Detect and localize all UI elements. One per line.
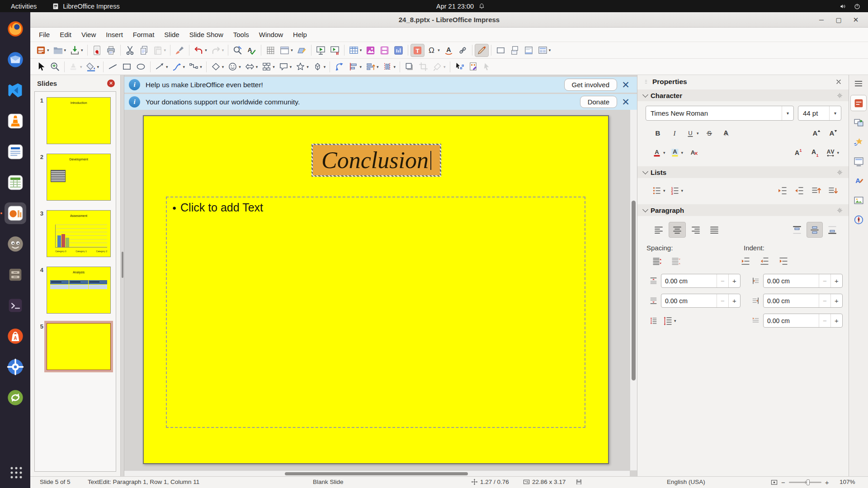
dropdown-arrow-icon[interactable]: ▾: [663, 188, 665, 193]
para-space-increase-button[interactable]: [649, 254, 665, 268]
subscript-button[interactable]: A1: [807, 146, 822, 160]
font-color-button[interactable]: A▾: [650, 146, 667, 160]
writer-dock-item[interactable]: [5, 141, 26, 163]
clone-formatting-button[interactable]: [173, 44, 187, 57]
document-modified-status[interactable]: [576, 479, 585, 485]
dropdown-arrow-icon[interactable]: ▾: [674, 319, 676, 323]
strikethrough-button[interactable]: S: [702, 127, 717, 140]
list-promote-button[interactable]: [775, 184, 790, 197]
firefox-dock-item[interactable]: [5, 18, 26, 40]
slide-thumbnail-2[interactable]: Development: [47, 154, 111, 201]
transition-tab-tab[interactable]: [850, 114, 867, 131]
font-size-combobox[interactable]: 44 pt ▾: [798, 106, 841, 121]
title-bar[interactable]: 24_8.pptx - LibreOffice Impress ─ ▢ ✕: [30, 12, 868, 28]
align-objects-button[interactable]: ▾: [346, 60, 363, 73]
more-options-icon[interactable]: [836, 92, 843, 99]
valign-center-button[interactable]: [807, 222, 823, 238]
align-right-button[interactable]: [687, 222, 704, 238]
menu-slide[interactable]: Slide: [159, 29, 184, 40]
dropdown-arrow-icon[interactable]: ▾: [697, 131, 699, 136]
start-current-slide-button[interactable]: [328, 44, 342, 57]
align-left-button[interactable]: [650, 222, 667, 238]
increase-button[interactable]: +: [728, 274, 740, 287]
dropdown-arrow-icon[interactable]: ▾: [681, 188, 684, 193]
files-dock-item[interactable]: [5, 264, 26, 286]
threed-button[interactable]: ▾: [311, 60, 328, 73]
dropdown-arrow-icon[interactable]: ▾: [222, 65, 224, 69]
vertical-scrollbar[interactable]: [630, 110, 637, 470]
more-options-icon[interactable]: [836, 169, 843, 176]
zoom-in-button[interactable]: +: [825, 479, 829, 486]
terminal-dock-item[interactable]: [5, 295, 26, 316]
valign-bottom-button[interactable]: [824, 222, 840, 238]
impress-dock-item[interactable]: [5, 202, 26, 224]
rectangle-tool-button[interactable]: [494, 44, 508, 57]
slides-panel-close-icon[interactable]: ✕: [107, 80, 115, 87]
rotate-button[interactable]: [332, 60, 346, 73]
software-dock-item[interactable]: A: [5, 325, 26, 347]
fill-color-button[interactable]: ▾: [84, 60, 101, 73]
duplicate-slide-button[interactable]: [508, 44, 522, 57]
master-slides-tab-tab[interactable]: [850, 153, 867, 169]
thunderbird-dock-item[interactable]: [5, 49, 26, 70]
dropdown-arrow-icon[interactable]: ▾: [81, 48, 83, 52]
copy-button[interactable]: [137, 44, 151, 57]
decrease-button[interactable]: −: [819, 274, 830, 287]
focused-app-menu[interactable]: LibreOffice Impress: [52, 3, 119, 10]
increase-button[interactable]: +: [830, 294, 842, 307]
export-pdf-button[interactable]: [90, 44, 104, 57]
align-justify-button[interactable]: [706, 222, 723, 238]
underline-button[interactable]: U▾: [684, 127, 700, 140]
decrease-button[interactable]: −: [819, 294, 830, 307]
menu-file[interactable]: File: [34, 29, 55, 40]
infobar-close-icon[interactable]: ✕: [617, 80, 634, 90]
dropdown-arrow-icon[interactable]: ▾: [782, 106, 793, 120]
increase-button[interactable]: +: [728, 294, 740, 307]
more-options-icon[interactable]: [836, 207, 843, 214]
symbol-shapes-button[interactable]: ▾: [226, 60, 243, 73]
indent-decrease-button[interactable]: [757, 254, 772, 268]
zoom-fit-icon[interactable]: [771, 479, 778, 486]
decrease-font-button[interactable]: A: [825, 127, 840, 140]
panel-splitter[interactable]: [121, 75, 124, 476]
dropdown-arrow-icon[interactable]: ▾: [166, 65, 168, 69]
superscript-button[interactable]: A1: [790, 146, 806, 160]
fontwork-button[interactable]: A: [442, 44, 456, 57]
power-icon[interactable]: [854, 3, 861, 10]
horizontal-scrollbar-thumb[interactable]: [285, 472, 468, 475]
indent-increase-button[interactable]: [738, 254, 753, 268]
lists-section-header[interactable]: Lists: [637, 166, 849, 178]
connector-button[interactable]: ▾: [187, 60, 204, 73]
vscode-dock-item[interactable]: [5, 80, 26, 101]
clock-button[interactable]: Apr 21 23:00: [436, 3, 485, 10]
dropdown-arrow-icon[interactable]: ▾: [239, 65, 241, 69]
spacing-field[interactable]: 0.00 cm−+: [661, 294, 741, 308]
slide-canvas[interactable]: Conclusion ● Click to add Text: [143, 115, 609, 464]
hyperlink-button[interactable]: [456, 44, 470, 57]
menu-tools[interactable]: Tools: [228, 29, 254, 40]
zoom-percent[interactable]: 107%: [840, 479, 855, 485]
styles-tab-tab[interactable]: A: [850, 173, 867, 189]
dropdown-arrow-icon[interactable]: ▾: [205, 48, 207, 52]
animation-tab-tab[interactable]: [850, 134, 867, 150]
sound-icon[interactable]: [839, 3, 846, 10]
display-views-button[interactable]: ▾: [278, 44, 295, 57]
close-button[interactable]: ✕: [850, 14, 862, 26]
header-footer-button[interactable]: [522, 44, 536, 57]
star-button[interactable]: ▾: [293, 60, 311, 73]
basic-shapes-button[interactable]: ▾: [209, 60, 226, 73]
menu-slide-show[interactable]: Slide Show: [184, 29, 228, 40]
gallery-tab-tab[interactable]: [850, 192, 867, 208]
decrease-button[interactable]: −: [819, 314, 830, 327]
start-slideshow-button[interactable]: [314, 44, 328, 57]
updater-dock-item[interactable]: [5, 387, 26, 408]
edit-points-button[interactable]: [453, 60, 467, 73]
horizontal-scrollbar[interactable]: [124, 470, 630, 476]
dropdown-arrow-icon[interactable]: ▾: [183, 65, 185, 69]
snap-guides-button[interactable]: [295, 44, 309, 57]
shadow-a-button[interactable]: AA: [718, 127, 734, 140]
special-character-button[interactable]: Ω▾: [425, 44, 442, 57]
dropdown-arrow-icon[interactable]: ▾: [359, 65, 362, 69]
dropdown-arrow-icon[interactable]: ▾: [97, 65, 99, 69]
list-moveup-button[interactable]: [808, 184, 824, 197]
